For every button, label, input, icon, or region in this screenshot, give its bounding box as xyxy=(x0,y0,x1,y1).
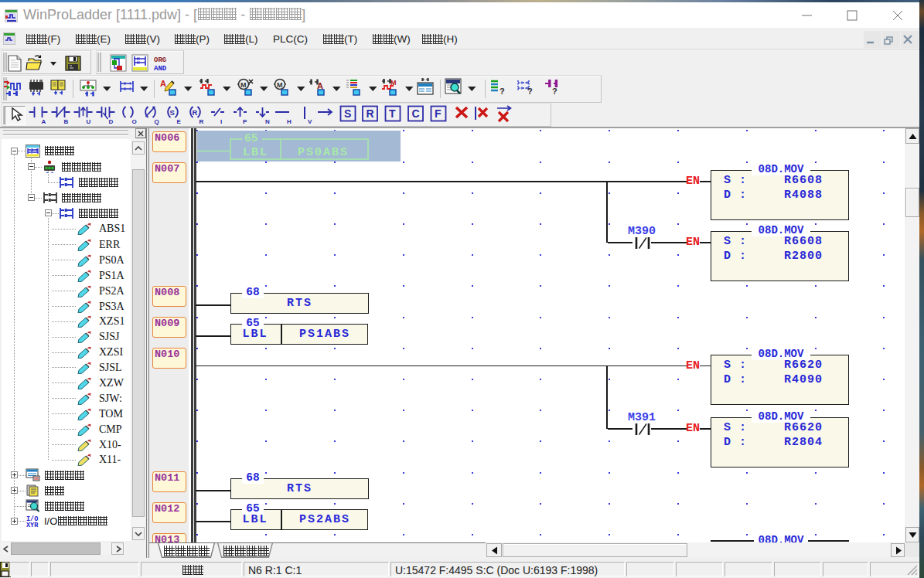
svg-text:P: P xyxy=(243,118,247,125)
svg-text:65: 65 xyxy=(244,132,257,144)
svg-text:XYR: XYR xyxy=(26,522,39,528)
svg-text:B: B xyxy=(64,118,69,125)
svg-text:?: ? xyxy=(527,87,533,96)
svg-text:U: U xyxy=(87,118,91,125)
svg-text:S: S xyxy=(170,108,175,117)
svg-text:R: R xyxy=(193,108,198,117)
svg-text:?: ? xyxy=(500,87,505,96)
svg-text:A: A xyxy=(42,118,46,125)
svg-text:LBL: LBL xyxy=(243,146,268,159)
svg-text:H: H xyxy=(287,118,292,125)
svg-text:ORG: ORG xyxy=(154,56,166,64)
svg-text:M390: M390 xyxy=(628,225,656,238)
svg-text:R: R xyxy=(367,107,374,120)
svg-text:Q: Q xyxy=(155,118,159,125)
svg-text:D: D xyxy=(109,118,114,125)
svg-text:I: I xyxy=(220,118,222,125)
svg-text:V: V xyxy=(308,118,312,125)
svg-text:M: M xyxy=(277,81,283,89)
svg-text:O: O xyxy=(132,118,137,125)
svg-text:?: ? xyxy=(552,87,557,96)
svg-text:M: M xyxy=(240,81,247,89)
svg-text:E: E xyxy=(177,118,182,125)
svg-text:S: S xyxy=(344,107,351,120)
svg-text:R: R xyxy=(199,118,204,125)
svg-text:C: C xyxy=(412,107,420,120)
svg-text:PS0ABS: PS0ABS xyxy=(298,146,349,159)
svg-text:N: N xyxy=(265,118,270,125)
svg-text:A: A xyxy=(317,81,323,90)
svg-text:F: F xyxy=(435,107,442,120)
svg-text:AND: AND xyxy=(154,65,167,73)
svg-text:A: A xyxy=(160,79,166,88)
svg-text:T: T xyxy=(389,107,396,120)
svg-text:M391: M391 xyxy=(628,411,656,424)
